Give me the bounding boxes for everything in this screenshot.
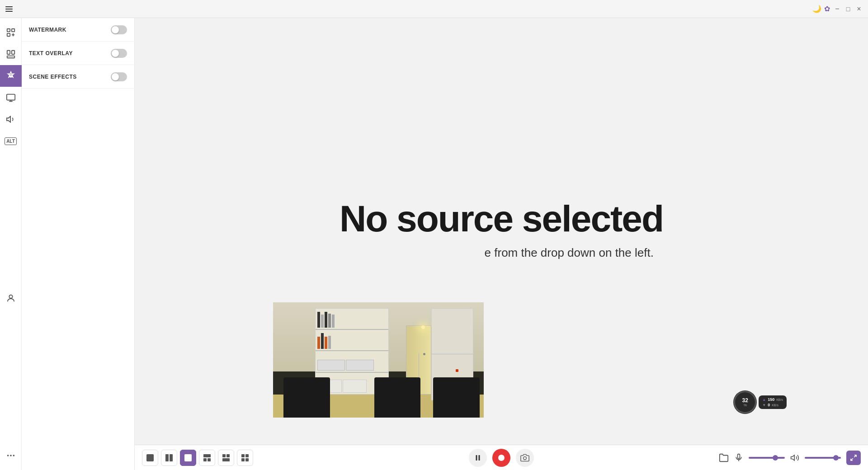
expand-button[interactable]: [846, 451, 861, 465]
alt-icon: ALT: [5, 137, 17, 145]
titlebar: 🌙 ✿ − □ ×: [0, 0, 868, 18]
scene-effects-label: SCENE EFFECTS: [29, 74, 77, 80]
record-button[interactable]: [492, 449, 510, 467]
sidebar-item-account[interactable]: [0, 287, 22, 309]
main-content: No source selected e from the drop down …: [135, 18, 868, 470]
maximize-button[interactable]: □: [844, 5, 852, 13]
svg-rect-24: [241, 454, 245, 457]
layout-4-icon: [203, 453, 212, 462]
layout-4-button[interactable]: [199, 450, 215, 466]
svg-rect-26: [241, 458, 245, 461]
expand-icon: [850, 454, 857, 461]
layout-3-button[interactable]: [180, 450, 196, 466]
dark-mode-icon[interactable]: 🌙: [812, 5, 821, 13]
speaker-icon: [790, 453, 799, 462]
sidebar-item-import[interactable]: [0, 22, 22, 43]
network-widget: 32 % ▲ 150 KB/s ▼ 0 KB/s: [733, 390, 787, 414]
watermark-item[interactable]: WATERMARK: [22, 18, 134, 42]
net-stats: ▲ 150 KB/s ▼ 0 KB/s: [759, 395, 787, 409]
folder-icon: [719, 453, 729, 463]
sidebar-item-display[interactable]: [0, 87, 22, 108]
cpu-gauge: 32 %: [733, 390, 757, 414]
titlebar-right: 🌙 ✿ − □ ×: [812, 5, 863, 13]
svg-rect-2: [7, 33, 9, 36]
upload-unit: KB/s: [776, 398, 783, 401]
mic-button[interactable]: [734, 453, 743, 462]
svg-point-12: [13, 455, 14, 456]
menu-button[interactable]: [5, 5, 13, 13]
layout-1-icon: [146, 453, 155, 462]
svg-rect-31: [738, 454, 740, 458]
folder-button[interactable]: [719, 453, 729, 463]
import-icon: [6, 28, 16, 38]
pause-button[interactable]: [469, 449, 487, 467]
audio-icon: [6, 114, 16, 124]
app-body: ALT WATERMARK TEXT OVERLAY S: [0, 18, 868, 470]
svg-rect-17: [189, 458, 191, 461]
svg-marker-33: [791, 455, 795, 461]
svg-rect-23: [222, 458, 230, 461]
svg-marker-8: [6, 117, 10, 122]
sidebar-item-scenes[interactable]: [0, 43, 22, 65]
camera-preview: [273, 302, 484, 418]
no-source-hint: e from the drop down on the left.: [485, 246, 654, 260]
icon-sidebar: ALT: [0, 18, 22, 470]
svg-rect-29: [479, 455, 480, 461]
sidebar-item-audio[interactable]: [0, 108, 22, 130]
svg-rect-4: [11, 51, 14, 54]
text-overlay-item[interactable]: TEXT OVERLAY: [22, 42, 134, 65]
mic-icon: [734, 453, 743, 462]
sidebar-item-more[interactable]: [0, 445, 22, 466]
screenshot-button[interactable]: [516, 449, 534, 467]
sidebar-item-alt[interactable]: ALT: [0, 130, 22, 152]
watermark-label: WATERMARK: [29, 27, 66, 33]
svg-rect-22: [226, 454, 230, 457]
room-simulation: [273, 302, 484, 418]
sidebar-item-effects[interactable]: [0, 65, 22, 87]
bottom-bar: [135, 445, 868, 470]
chair-right: [374, 377, 421, 418]
center-controls: [469, 449, 534, 467]
scene-effects-toggle[interactable]: [111, 72, 127, 81]
layout-3-icon: [184, 453, 193, 462]
layout-2-icon: [165, 453, 174, 462]
layout-2-button[interactable]: [161, 450, 177, 466]
close-button[interactable]: ×: [855, 5, 863, 13]
upload-value: 150: [768, 397, 774, 402]
chair-left: [283, 377, 330, 418]
more-icon: [6, 451, 16, 461]
layout-5-button[interactable]: [218, 450, 234, 466]
svg-rect-25: [245, 454, 249, 457]
indicator-light: [456, 369, 458, 372]
watermark-toggle[interactable]: [111, 25, 127, 34]
speaker-button[interactable]: [790, 453, 799, 462]
shelf-row-3: [316, 351, 388, 372]
svg-rect-14: [165, 454, 169, 461]
theme-icons: 🌙 ✿: [812, 5, 830, 13]
scene-effects-item[interactable]: SCENE EFFECTS: [22, 65, 134, 89]
minimize-button[interactable]: −: [834, 5, 841, 13]
download-value: 0: [768, 403, 770, 407]
mic-volume-slider[interactable]: [749, 457, 785, 459]
svg-rect-18: [203, 454, 211, 457]
svg-point-30: [524, 456, 527, 460]
effects-panel: WATERMARK TEXT OVERLAY SCENE EFFECTS: [22, 18, 135, 470]
upload-arrow-icon: ▲: [762, 398, 766, 402]
svg-rect-19: [203, 458, 207, 461]
light-mode-icon[interactable]: ✿: [824, 5, 830, 13]
cpu-ring: [734, 391, 756, 414]
layout-6-button[interactable]: [237, 450, 253, 466]
text-overlay-toggle[interactable]: [111, 49, 127, 58]
no-source-title: No source selected: [340, 197, 663, 240]
hamburger-icon: [5, 6, 13, 12]
preview-area: No source selected e from the drop down …: [135, 18, 868, 445]
titlebar-left: [5, 5, 13, 13]
download-arrow-icon: ▼: [762, 403, 766, 407]
svg-rect-28: [476, 455, 477, 461]
layout-1-button[interactable]: [142, 450, 158, 466]
speaker-volume-slider[interactable]: [805, 457, 841, 459]
download-row: ▼ 0 KB/s: [762, 403, 783, 407]
svg-point-9: [9, 295, 12, 298]
svg-rect-21: [222, 454, 226, 457]
svg-rect-5: [7, 56, 14, 58]
